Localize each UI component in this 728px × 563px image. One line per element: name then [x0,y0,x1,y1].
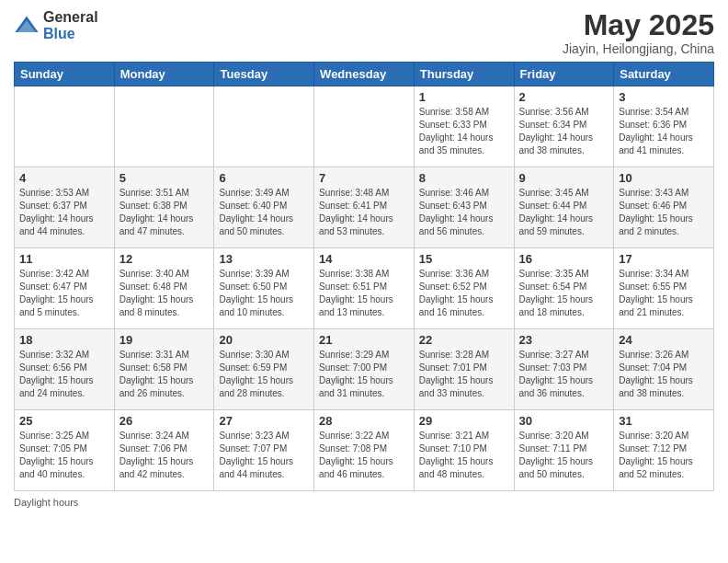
day-info: Sunrise: 3:26 AM Sunset: 7:04 PM Dayligh… [619,349,709,400]
day-info: Sunrise: 3:43 AM Sunset: 6:46 PM Dayligh… [619,187,709,238]
day-number: 12 [119,252,210,266]
day-info: Sunrise: 3:36 AM Sunset: 6:52 PM Dayligh… [419,268,509,319]
day-number: 17 [619,252,709,266]
calendar-cell: 16Sunrise: 3:35 AM Sunset: 6:54 PM Dayli… [514,248,614,329]
page: General Blue May 2025 Jiayin, Heilongjia… [0,0,728,563]
day-number: 14 [319,252,409,266]
day-info: Sunrise: 3:21 AM Sunset: 7:10 PM Dayligh… [419,430,509,481]
day-info: Sunrise: 3:30 AM Sunset: 6:59 PM Dayligh… [219,349,309,400]
day-info: Sunrise: 3:32 AM Sunset: 6:56 PM Dayligh… [19,349,109,400]
day-info: Sunrise: 3:27 AM Sunset: 7:03 PM Dayligh… [519,349,609,400]
calendar-cell: 29Sunrise: 3:21 AM Sunset: 7:10 PM Dayli… [414,410,514,491]
calendar-table: SundayMondayTuesdayWednesdayThursdayFrid… [14,62,714,491]
calendar-week-row: 11Sunrise: 3:42 AM Sunset: 6:47 PM Dayli… [15,248,714,329]
day-info: Sunrise: 3:48 AM Sunset: 6:41 PM Dayligh… [319,187,409,238]
day-number: 25 [19,414,109,428]
day-number: 6 [219,171,309,185]
day-info: Sunrise: 3:56 AM Sunset: 6:34 PM Dayligh… [519,106,609,157]
calendar-cell: 8Sunrise: 3:46 AM Sunset: 6:43 PM Daylig… [414,167,514,248]
footer-note: Daylight hours [14,497,714,508]
calendar-cell: 30Sunrise: 3:20 AM Sunset: 7:11 PM Dayli… [514,410,614,491]
calendar-cell: 9Sunrise: 3:45 AM Sunset: 6:44 PM Daylig… [514,167,614,248]
calendar-cell: 6Sunrise: 3:49 AM Sunset: 6:40 PM Daylig… [214,167,314,248]
calendar-cell: 5Sunrise: 3:51 AM Sunset: 6:38 PM Daylig… [114,167,214,248]
day-info: Sunrise: 3:25 AM Sunset: 7:05 PM Dayligh… [19,430,109,481]
calendar-cell: 7Sunrise: 3:48 AM Sunset: 6:41 PM Daylig… [314,167,415,248]
day-number: 8 [419,171,509,185]
day-number: 19 [119,333,210,347]
day-number: 24 [619,333,709,347]
col-header-thursday: Thursday [414,63,514,86]
calendar-cell: 28Sunrise: 3:22 AM Sunset: 7:08 PM Dayli… [314,410,415,491]
day-number: 11 [19,252,109,266]
calendar-cell: 18Sunrise: 3:32 AM Sunset: 6:56 PM Dayli… [15,329,115,410]
calendar-cell [214,86,314,167]
calendar-week-row: 1Sunrise: 3:58 AM Sunset: 6:33 PM Daylig… [15,86,714,167]
day-info: Sunrise: 3:58 AM Sunset: 6:33 PM Dayligh… [419,106,509,157]
day-number: 15 [419,252,509,266]
calendar-cell [15,86,115,167]
calendar-cell: 21Sunrise: 3:29 AM Sunset: 7:00 PM Dayli… [314,329,415,410]
day-info: Sunrise: 3:22 AM Sunset: 7:08 PM Dayligh… [319,430,409,481]
day-number: 22 [419,333,509,347]
calendar-cell: 22Sunrise: 3:28 AM Sunset: 7:01 PM Dayli… [414,329,514,410]
col-header-sunday: Sunday [15,63,115,86]
calendar-cell: 27Sunrise: 3:23 AM Sunset: 7:07 PM Dayli… [214,410,314,491]
col-header-saturday: Saturday [614,63,714,86]
calendar-cell: 14Sunrise: 3:38 AM Sunset: 6:51 PM Dayli… [314,248,415,329]
logo-blue-text: Blue [43,26,98,42]
footer-daylight-text: Daylight hours [14,497,78,508]
col-header-tuesday: Tuesday [214,63,314,86]
calendar-cell: 10Sunrise: 3:43 AM Sunset: 6:46 PM Dayli… [614,167,714,248]
day-number: 16 [519,252,609,266]
day-number: 3 [619,90,709,104]
calendar-cell: 19Sunrise: 3:31 AM Sunset: 6:58 PM Dayli… [114,329,214,410]
calendar-week-row: 4Sunrise: 3:53 AM Sunset: 6:37 PM Daylig… [15,167,714,248]
day-info: Sunrise: 3:39 AM Sunset: 6:50 PM Dayligh… [219,268,309,319]
calendar-cell: 23Sunrise: 3:27 AM Sunset: 7:03 PM Dayli… [514,329,614,410]
day-info: Sunrise: 3:45 AM Sunset: 6:44 PM Dayligh… [519,187,609,238]
day-info: Sunrise: 3:35 AM Sunset: 6:54 PM Dayligh… [519,268,609,319]
col-header-monday: Monday [114,63,214,86]
day-number: 2 [519,90,609,104]
logo-general-text: General [43,9,98,26]
day-info: Sunrise: 3:23 AM Sunset: 7:07 PM Dayligh… [219,430,309,481]
calendar-cell: 15Sunrise: 3:36 AM Sunset: 6:52 PM Dayli… [414,248,514,329]
calendar-cell: 12Sunrise: 3:40 AM Sunset: 6:48 PM Dayli… [114,248,214,329]
day-number: 1 [419,90,509,104]
day-number: 4 [19,171,109,185]
calendar-cell [314,86,415,167]
day-info: Sunrise: 3:51 AM Sunset: 6:38 PM Dayligh… [119,187,210,238]
calendar-cell: 24Sunrise: 3:26 AM Sunset: 7:04 PM Dayli… [614,329,714,410]
header: General Blue May 2025 Jiayin, Heilongjia… [14,9,714,56]
calendar-cell: 2Sunrise: 3:56 AM Sunset: 6:34 PM Daylig… [514,86,614,167]
calendar-cell: 3Sunrise: 3:54 AM Sunset: 6:36 PM Daylig… [614,86,714,167]
logo-text: General Blue [43,9,98,41]
day-info: Sunrise: 3:42 AM Sunset: 6:47 PM Dayligh… [19,268,109,319]
calendar-cell: 17Sunrise: 3:34 AM Sunset: 6:55 PM Dayli… [614,248,714,329]
day-number: 13 [219,252,309,266]
col-header-friday: Friday [514,63,614,86]
calendar-cell: 20Sunrise: 3:30 AM Sunset: 6:59 PM Dayli… [214,329,314,410]
day-info: Sunrise: 3:24 AM Sunset: 7:06 PM Dayligh… [119,430,210,481]
calendar-cell: 25Sunrise: 3:25 AM Sunset: 7:05 PM Dayli… [15,410,115,491]
day-number: 23 [519,333,609,347]
day-number: 20 [219,333,309,347]
logo: General Blue [14,9,98,41]
calendar-header-row: SundayMondayTuesdayWednesdayThursdayFrid… [15,63,714,86]
day-info: Sunrise: 3:46 AM Sunset: 6:43 PM Dayligh… [419,187,509,238]
calendar-week-row: 18Sunrise: 3:32 AM Sunset: 6:56 PM Dayli… [15,329,714,410]
day-number: 21 [319,333,409,347]
day-number: 26 [119,414,210,428]
logo-icon [14,13,40,39]
calendar-cell: 4Sunrise: 3:53 AM Sunset: 6:37 PM Daylig… [15,167,115,248]
day-number: 31 [619,414,709,428]
day-info: Sunrise: 3:34 AM Sunset: 6:55 PM Dayligh… [619,268,709,319]
day-info: Sunrise: 3:28 AM Sunset: 7:01 PM Dayligh… [419,349,509,400]
day-number: 27 [219,414,309,428]
month-title: May 2025 [563,9,714,41]
calendar-cell: 31Sunrise: 3:20 AM Sunset: 7:12 PM Dayli… [614,410,714,491]
day-info: Sunrise: 3:53 AM Sunset: 6:37 PM Dayligh… [19,187,109,238]
day-info: Sunrise: 3:20 AM Sunset: 7:12 PM Dayligh… [619,430,709,481]
location: Jiayin, Heilongjiang, China [563,41,714,56]
